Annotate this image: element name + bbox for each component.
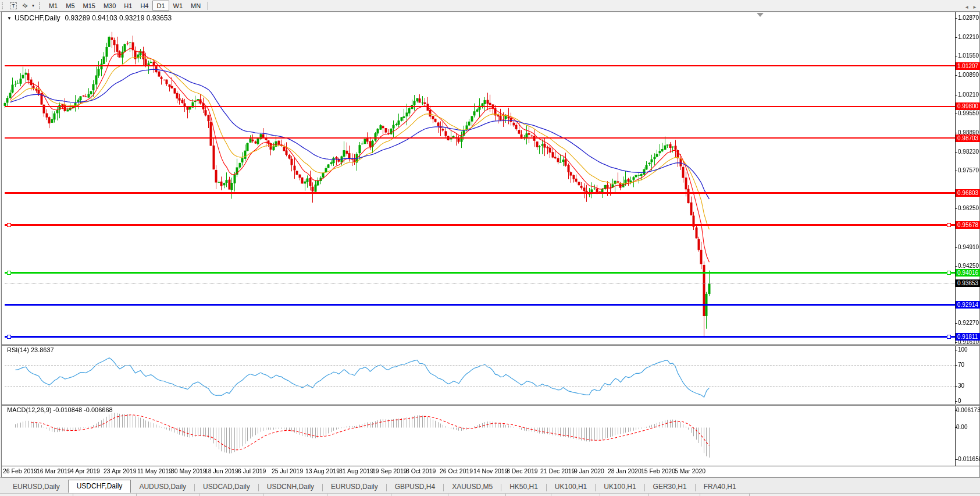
chart-tab-gbpusd-h4[interactable]: GBPUSD,H4: [387, 481, 443, 493]
price-tick-label: 1.01550: [958, 52, 980, 59]
line-drag-handle[interactable]: [947, 335, 951, 339]
line-drag-handle[interactable]: [7, 223, 11, 227]
tab-list: EURUSD,DailyUSDCHF,DailyAUDUSD,DailyUSDC…: [5, 480, 744, 493]
price-tick-mark: [955, 247, 957, 248]
price-tick-label: 1.00210: [958, 91, 980, 98]
tab-boundary-mark: [263, 494, 263, 496]
date-axis-label: 26 Feb 2019: [3, 467, 37, 474]
rsi-level-line: [5, 386, 955, 387]
date-axis-label: 30 May 2019: [171, 467, 206, 474]
mt4-terminal: { "window": { "collapse_glyph": "▼", "sy…: [0, 0, 980, 496]
symbol-dropdown-icon[interactable]: ▼: [7, 16, 12, 21]
time-axis-line: [2, 466, 979, 466]
horizontal-level-price-label: 0.98703: [956, 134, 980, 142]
chart-shift-marker[interactable]: [757, 13, 764, 17]
date-axis-label: 11 May 2019: [137, 467, 172, 474]
line-drag-handle[interactable]: [7, 271, 11, 275]
tab-boundary-mark: [448, 494, 448, 496]
tab-boundary-mark: [73, 494, 73, 496]
chart-tab-usdcad-daily[interactable]: USDCAD,Daily: [195, 481, 258, 493]
tab-scroll-buttons: ◄ ►: [964, 5, 977, 10]
current-price-label: 0.93653: [956, 279, 980, 287]
chart-tab-eurusd-daily[interactable]: EURUSD,Daily: [323, 481, 386, 493]
arrange-windows-button[interactable]: ⇄: [20, 1, 30, 10]
tab-boundary-mark: [749, 494, 750, 496]
chart-tab-usdchf-daily[interactable]: USDCHF,Daily: [68, 480, 131, 493]
rsi-macd-splitter[interactable]: [2, 404, 979, 406]
price-tick-label: 1.00890: [958, 72, 980, 79]
timeframe-button-w1[interactable]: W1: [169, 1, 187, 10]
tab-boundary-mark: [505, 494, 506, 496]
horizontal-level-line[interactable]: [5, 106, 955, 107]
rsi-tick-mark: [955, 401, 957, 402]
horizontal-level-line[interactable]: [5, 137, 955, 139]
chart-tab-uk100-h1[interactable]: UK100,H1: [596, 481, 644, 493]
date-axis-label: 13 Aug 2019: [305, 467, 340, 474]
tab-boundary-mark: [700, 494, 700, 496]
timeframe-button-m15[interactable]: M15: [79, 1, 99, 10]
timeframe-button-m5[interactable]: M5: [62, 1, 79, 10]
line-drag-handle[interactable]: [7, 335, 11, 339]
rsi-tick-mark: [955, 365, 957, 366]
timeframe-button-h1[interactable]: H1: [120, 1, 136, 10]
chart-tab-usdcnh-daily[interactable]: USDCNH,Daily: [259, 481, 322, 493]
current-price-line: [5, 284, 955, 284]
horizontal-level-line[interactable]: [5, 192, 955, 194]
horizontal-level-line[interactable]: [5, 272, 955, 274]
chart-tab-uk100-h1[interactable]: UK100,H1: [547, 481, 595, 493]
chart-title: ▼USDCHF,Daily0.93289 0.94103 0.93219 0.9…: [7, 14, 172, 22]
timeframe-button-m1[interactable]: M1: [45, 1, 62, 10]
timeframe-button-h4[interactable]: H4: [136, 1, 152, 10]
text-tool-button[interactable]: T: [8, 1, 19, 10]
horizontal-level-price-label: 0.96803: [956, 189, 980, 197]
tab-boundary-mark: [327, 494, 327, 496]
price-tick-mark: [955, 342, 957, 343]
chart-tab-eurusd-daily[interactable]: EURUSD,Daily: [5, 481, 68, 493]
tab-boundary-mark: [600, 494, 600, 496]
horizontal-level-line[interactable]: [5, 65, 955, 66]
chart-tab-fra40-h1[interactable]: FRA40,H1: [696, 481, 744, 493]
rsi-level-line: [5, 365, 955, 366]
price-tick-mark: [955, 75, 957, 76]
tab-scroll-left-icon[interactable]: ◄: [964, 5, 969, 10]
toolbar-grip-2[interactable]: [39, 2, 42, 9]
price-tick-label: 1.02210: [958, 34, 980, 41]
chart-tab-bar: EURUSD,DailyUSDCHF,DailyAUDUSD,DailyUSDC…: [0, 477, 980, 493]
price-tick-label: 0.94910: [958, 244, 980, 251]
chevron-down-icon[interactable]: ▼: [31, 4, 35, 8]
horizontal-level-line[interactable]: [5, 336, 955, 338]
timeframe-button-d1[interactable]: D1: [152, 1, 169, 10]
horizontal-level-price-label: 0.91811: [956, 333, 980, 341]
timeframe-button-mn[interactable]: MN: [187, 1, 205, 10]
line-drag-handle[interactable]: [947, 271, 951, 275]
rsi-tick-label: 0: [958, 398, 980, 405]
rsi-indicator-label: RSI(14) 23.8637: [7, 346, 54, 353]
horizontal-level-line[interactable]: [5, 224, 955, 226]
line-drag-handle[interactable]: [947, 223, 951, 227]
tab-scroll-right-icon[interactable]: ►: [972, 5, 977, 10]
main-rsi-splitter[interactable]: [2, 344, 979, 346]
timeframe-button-m30[interactable]: M30: [99, 1, 120, 10]
arrange-icon: ⇄: [21, 2, 29, 10]
date-axis-label: 26 Oct 2019: [440, 467, 473, 474]
horizontal-level-price-label: 1.01207: [956, 62, 980, 70]
tab-boundary-mark: [199, 494, 199, 496]
rsi-panel[interactable]: [5, 346, 955, 404]
date-axis-label: 5 Mar 2020: [675, 467, 705, 474]
main-price-panel[interactable]: [5, 23, 955, 344]
chart-tab-hk50-h1[interactable]: HK50,H1: [501, 481, 546, 493]
price-tick-mark: [955, 208, 957, 209]
tab-boundary-mark: [648, 494, 649, 496]
toolbar-grip[interactable]: [2, 2, 5, 9]
date-axis-label: 8 Oct 2019: [406, 467, 436, 474]
horizontal-level-line[interactable]: [5, 304, 955, 306]
rsi-tick-mark: [955, 386, 957, 387]
date-axis-label: 15 Feb 2020: [641, 467, 675, 474]
chart-tab-ger30-h1[interactable]: GER30,H1: [645, 481, 695, 493]
date-axis-label: 28 Jan 2020: [608, 467, 642, 474]
ohlc-values: 0.93289 0.94103 0.93219 0.93653: [65, 14, 172, 22]
macd-panel[interactable]: [5, 406, 955, 465]
chart-tab-xauusd-m5[interactable]: XAUUSD,M5: [444, 481, 501, 493]
chart-tab-audusd-daily[interactable]: AUDUSD,Daily: [131, 481, 194, 493]
date-axis-label: 3 Dec 2019: [507, 467, 538, 474]
